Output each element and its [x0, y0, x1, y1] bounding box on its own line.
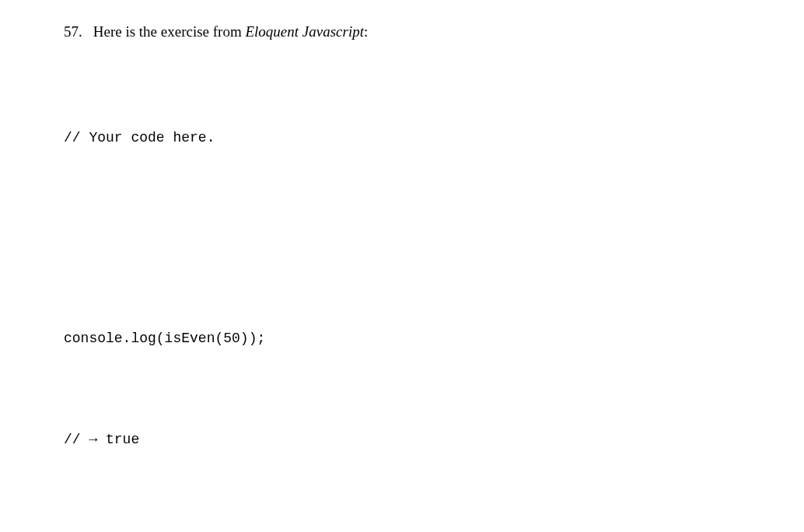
code-line: console.log(isEven(75)); — [64, 523, 773, 532]
paragraph-text: Here is the exercise from Eloquent Javas… — [93, 23, 369, 40]
paragraph-57: 57. Here is the exercise from Eloquent J… — [31, 16, 773, 48]
paragraph-number: 57. — [31, 16, 89, 48]
text-before-italic: Here is the exercise from — [93, 23, 246, 40]
code-line: console.log(isEven(50)); — [64, 322, 773, 355]
code-block: // Your code here. console.log(isEven(50… — [64, 54, 773, 532]
text-after-italic: : — [364, 23, 368, 40]
book-title-italic: Eloquent Javascript — [245, 23, 364, 40]
code-blank-line — [64, 222, 773, 255]
code-line: // Your code here. — [64, 121, 773, 155]
document-content: 57. Here is the exercise from Eloquent J… — [31, 16, 773, 532]
code-line: // → true — [64, 423, 773, 457]
